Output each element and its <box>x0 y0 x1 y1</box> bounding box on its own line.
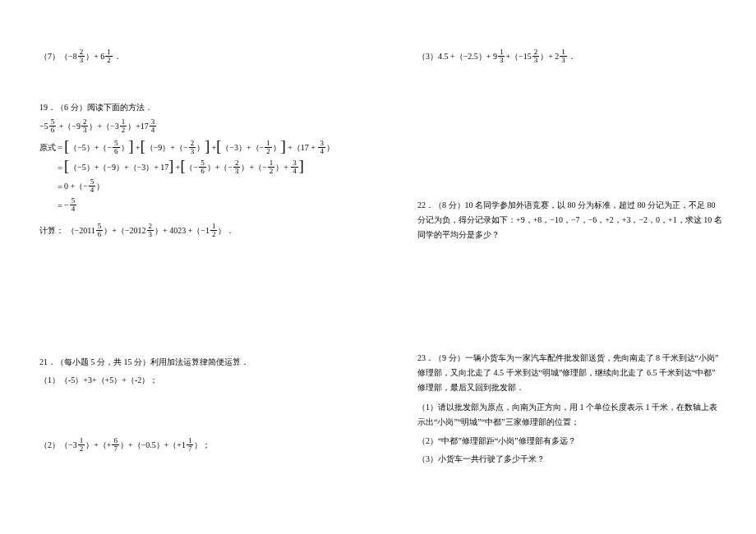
q19-head: 19．（6 分）阅读下面的方法． <box>39 101 345 114</box>
q21-1: （1）（-5）+3+（+5）+（-2）； <box>39 374 345 387</box>
q7: （7）（−823）+ 612． <box>39 49 345 65</box>
q23-1: （1）请以批发部为原点，向南为正方向，用 1 个单位长度表示 1 千米，在数轴上… <box>417 400 723 430</box>
q23-head: 23．（9 分）一辆小货车为一家汽车配件批发部送货，先向南走了 8 千米到达“小… <box>417 351 723 395</box>
q19-step2: = [（−5）+（−9）+（−3）+ 17] +[（−56）+（−23）+（−1… <box>39 159 345 176</box>
q22: 22．（8 分）10 名同学参加外语竞赛，以 80 分为标准，超过 80 分记为… <box>417 198 723 242</box>
q19-expr: −556 +（−923）+（−312）+1734 <box>39 119 345 135</box>
q19-step3: = 0 +（−54） <box>39 179 345 195</box>
q19-calc: 计算： （−201156）+（−201223）+ 4023 +（−112）． <box>39 223 345 239</box>
q23-2: （2）“中都”修理部距“小岗”修理部有多远？ <box>417 435 723 448</box>
q3: （3）4.5 +（−2.5）+ 913+（−1523）+ 213． <box>417 49 723 65</box>
q23-3: （3）小货车一共行驶了多少千米？ <box>417 453 723 466</box>
q21-2: （2）（−312）+（+67）+（−0.5）+（+117）； <box>39 438 345 453</box>
q21-head: 21．（每小题 5 分，共 15 分）利用加法运算律简便运算． <box>39 356 345 369</box>
q19-step4: = −54 <box>39 198 345 214</box>
q19-step1: 原式 = [（−5）+（−56）] +[（−9）+（−23）] +[（−3）+（… <box>39 140 345 156</box>
